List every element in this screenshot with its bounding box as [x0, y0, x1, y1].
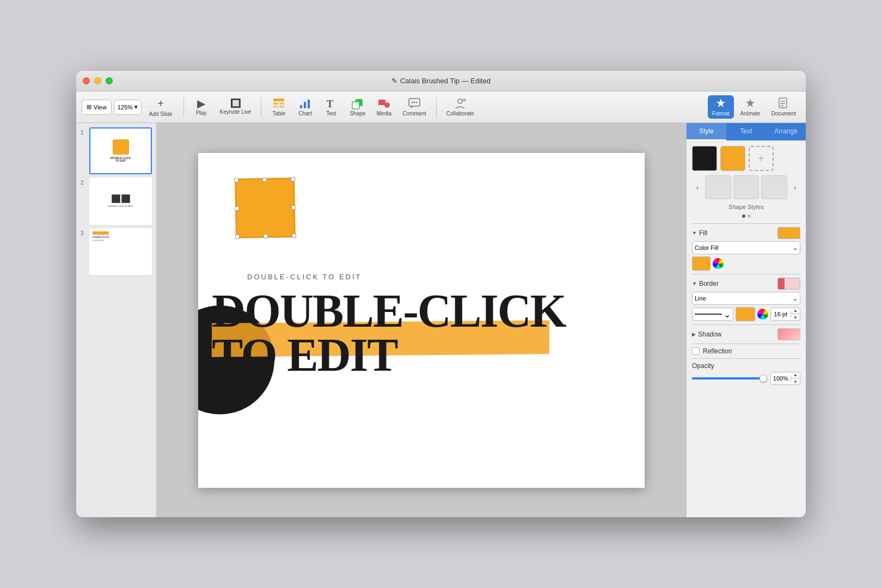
maximize-button[interactable]	[106, 77, 113, 84]
comment-button[interactable]: Comment	[398, 95, 430, 119]
document-button[interactable]: Document	[767, 95, 800, 119]
format-toolbar-icon	[714, 97, 727, 109]
fill-label: Fill	[699, 229, 707, 237]
close-button[interactable]	[83, 77, 90, 84]
media-button[interactable]: Media	[372, 95, 396, 119]
format-button[interactable]: Format	[708, 95, 734, 119]
opacity-down[interactable]: ▼	[791, 378, 800, 385]
animate-button[interactable]: Animate	[736, 95, 765, 119]
slide-3-num: 3	[81, 230, 87, 236]
zoom-button[interactable]: 125% ▾	[114, 100, 142, 115]
line-style-button[interactable]: ⌄	[692, 308, 733, 321]
handle-br[interactable]	[292, 234, 296, 238]
border-triangle-icon: ▼	[692, 281, 697, 286]
table-button[interactable]: Table	[267, 95, 291, 119]
slide-3-thumb[interactable]: DOUBLE-CLICK CLICK TO EDIT	[89, 228, 152, 275]
main-text-line2: TO EDIT	[212, 333, 566, 378]
comment-icon	[408, 97, 421, 109]
handle-tm[interactable]	[262, 177, 267, 181]
brushstroke-rect[interactable]	[235, 177, 296, 238]
border-color-swatch[interactable]	[777, 278, 800, 290]
border-color-wheel[interactable]	[757, 309, 768, 320]
svg-point-17	[416, 102, 418, 103]
thumb1-yellow-rect	[113, 139, 129, 155]
slide-3-container: 3 DOUBLE-CLICK CLICK TO EDIT	[81, 228, 152, 275]
reflection-checkbox[interactable]	[692, 347, 700, 355]
tab-text[interactable]: Text	[726, 123, 766, 140]
zoom-group: 125% ▾	[114, 100, 142, 115]
border-size-stepper[interactable]: 16 pt ▲ ▼	[770, 308, 800, 321]
title-icon: ✎	[391, 77, 397, 85]
add-slide-button[interactable]: + Add Slide	[144, 95, 178, 119]
shape-style-2[interactable]	[733, 175, 759, 199]
border-label: Border	[699, 280, 719, 287]
slide-1-thumb[interactable]: DOUBLE-CLICKTO EDIT	[89, 127, 152, 174]
svg-point-12	[384, 102, 390, 108]
chevron-down-icon: ▾	[134, 103, 138, 111]
handle-tl[interactable]	[234, 177, 238, 182]
opacity-section: Opacity 100% ▲ ▼	[692, 362, 800, 385]
table-icon	[272, 97, 285, 109]
slide-1-container: 1 DOUBLE-CLICKTO EDIT	[81, 127, 152, 174]
fill-color-swatch[interactable]	[777, 227, 800, 239]
titlebar: ✎ Calais Brushed Tip — Edited	[76, 71, 806, 91]
svg-rect-6	[304, 102, 306, 108]
border-size-down[interactable]: ▼	[791, 314, 800, 321]
handle-bl[interactable]	[235, 234, 240, 238]
border-color-rect[interactable]	[736, 307, 755, 321]
fill-color-wheel[interactable]	[713, 258, 724, 269]
fill-color-row	[692, 256, 800, 271]
slide-2-container: 2 DOUBLE-CLICK TO EDIT	[81, 177, 152, 224]
handle-ml[interactable]	[235, 206, 239, 210]
keynote-live-icon: 🔲	[230, 99, 241, 108]
collaborate-button[interactable]: Collaborate	[442, 95, 479, 119]
shadow-color-swatch[interactable]	[777, 328, 800, 340]
opacity-control: 100% ▲ ▼	[692, 372, 800, 385]
opacity-slider-thumb[interactable]	[759, 375, 767, 382]
view-button[interactable]: ⊞ View	[82, 100, 112, 115]
slide-canvas[interactable]: DOUBLE-CLICK TO EDIT DOUBLE-CLICK TO EDI…	[198, 153, 645, 488]
border-header[interactable]: ▼ Border	[692, 278, 800, 290]
opacity-slider[interactable]	[692, 377, 767, 379]
panel-next-button[interactable]: ›	[789, 182, 800, 193]
line-preview	[695, 314, 722, 315]
panel-prev-button[interactable]: ‹	[692, 182, 703, 193]
handle-bm[interactable]	[264, 234, 268, 238]
tab-arrange[interactable]: Arrange	[766, 123, 806, 140]
border-type-dropdown[interactable]: Line ⌄	[692, 292, 800, 305]
chart-button[interactable]: Chart	[293, 95, 317, 119]
minimize-button[interactable]	[94, 77, 101, 84]
fill-header[interactable]: ▼ Fill	[692, 227, 800, 239]
shape-button[interactable]: Shape	[345, 95, 370, 119]
play-button[interactable]: ▶ Play	[189, 96, 213, 118]
handle-mr[interactable]	[291, 205, 296, 210]
shape-styles-label: Shape Styles	[692, 204, 800, 210]
shape-style-3[interactable]	[761, 175, 787, 199]
slide-2-thumb[interactable]: DOUBLE-CLICK TO EDIT	[89, 177, 152, 224]
keynote-live-button[interactable]: 🔲 Keynote Live	[216, 97, 256, 117]
fill-type-dropdown[interactable]: Color Fill ⌄	[692, 241, 800, 254]
toolbar: ⊞ View 125% ▾ + Add Slide ▶ Play 🔲 Keyno…	[76, 91, 806, 123]
right-panel: Style Text Arrange +	[686, 123, 806, 517]
opacity-value-control[interactable]: 100% ▲ ▼	[770, 372, 800, 385]
border-size-up[interactable]: ▲	[791, 308, 800, 314]
canvas-area[interactable]: DOUBLE-CLICK TO EDIT DOUBLE-CLICK TO EDI…	[157, 123, 686, 517]
brushstroke-shape-container[interactable]	[235, 178, 301, 243]
tab-style[interactable]: Style	[687, 123, 726, 140]
shadow-header[interactable]: ▶ Shadow	[692, 328, 800, 340]
fill-color-rect[interactable]	[692, 256, 710, 271]
opacity-label: Opacity	[692, 362, 800, 370]
swatch-black[interactable]	[692, 146, 717, 171]
text-button[interactable]: T Text	[319, 95, 343, 119]
reflection-label: Reflection	[703, 347, 732, 355]
fill-type-row: Color Fill ⌄	[692, 241, 800, 254]
shape-style-1[interactable]	[705, 175, 731, 199]
swatch-yellow[interactable]	[720, 146, 745, 171]
swatch-add-button[interactable]: +	[749, 146, 774, 171]
handle-tr[interactable]	[291, 177, 295, 181]
divider-2	[692, 274, 800, 274]
opacity-up[interactable]: ▲	[791, 372, 800, 378]
pagination-dots	[692, 215, 800, 218]
svg-rect-5	[300, 105, 302, 108]
svg-rect-10	[352, 102, 359, 109]
